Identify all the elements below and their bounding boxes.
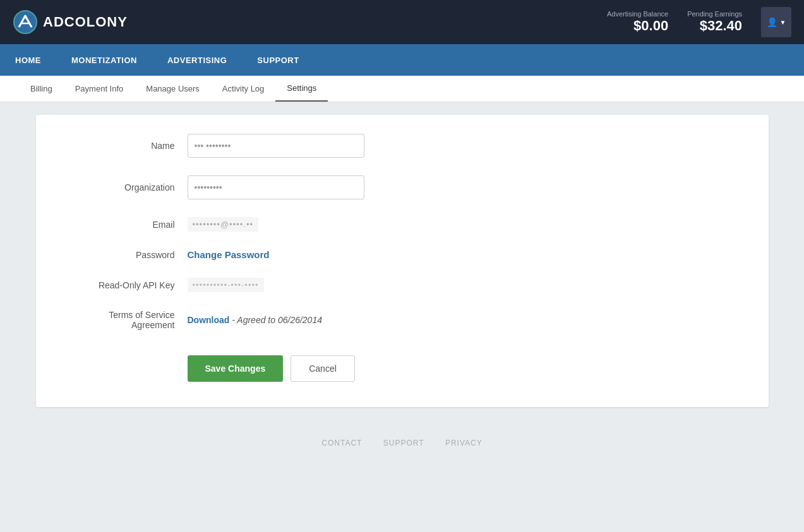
main-nav: HOME MONETIZATION ADVERTISING SUPPORT: [0, 44, 804, 76]
tab-billing[interactable]: Billing: [19, 76, 64, 102]
terms-row: Terms of Service Agreement Download - Ag…: [61, 310, 743, 330]
api-key-label: Read-Only API Key: [61, 280, 188, 290]
organization-row: Organization: [61, 175, 743, 199]
svg-point-0: [14, 11, 37, 33]
email-value: ••••••••@••••.••: [188, 217, 259, 232]
account-tabs: Billing Payment Info Manage Users Activi…: [0, 76, 804, 102]
tab-settings[interactable]: Settings: [275, 76, 328, 102]
pending-earnings-amount: $32.40: [687, 18, 742, 34]
footer: CONTACT SUPPORT PRIVACY: [0, 420, 804, 466]
terms-content: Download - Agreed to 06/26/2014: [188, 315, 322, 325]
nav-monetization[interactable]: MONETIZATION: [56, 44, 152, 76]
nav-advertising[interactable]: ADVERTISING: [152, 44, 242, 76]
pending-earnings-label: Pending Earnings: [687, 10, 742, 18]
user-icon: 👤: [767, 17, 777, 27]
terms-agreed-text: - Agreed to 06/26/2014: [232, 315, 322, 325]
name-input[interactable]: [188, 134, 364, 158]
password-label: Password: [61, 250, 188, 260]
logo-wordmark: ADCOLONY: [43, 14, 128, 30]
password-row: Password Change Password: [61, 249, 743, 260]
logo-icon: [13, 9, 38, 35]
footer-contact-link[interactable]: CONTACT: [321, 439, 362, 447]
email-label: Email: [61, 220, 188, 230]
api-key-row: Read-Only API Key ••••••••••-•••-••••: [61, 278, 743, 292]
balance-group: Advertising Balance $0.00 Pending Earnin…: [607, 10, 742, 34]
save-changes-button[interactable]: Save Changes: [188, 355, 284, 382]
footer-support-link[interactable]: SUPPORT: [383, 439, 424, 447]
tab-payment-info[interactable]: Payment Info: [64, 76, 135, 102]
advertising-balance-label: Advertising Balance: [607, 10, 668, 18]
email-row: Email ••••••••@••••.••: [61, 217, 743, 232]
api-key-value: ••••••••••-•••-••••: [188, 278, 264, 292]
change-password-link[interactable]: Change Password: [188, 249, 270, 260]
settings-form-card: Name Organization Email ••••••••@••••.••…: [36, 115, 769, 407]
cancel-button[interactable]: Cancel: [291, 355, 355, 382]
form-actions: Save Changes Cancel: [188, 355, 743, 382]
terms-download-link[interactable]: Download: [188, 315, 230, 325]
main-content: Name Organization Email ••••••••@••••.••…: [23, 102, 781, 420]
tab-manage-users[interactable]: Manage Users: [135, 76, 211, 102]
organization-input[interactable]: [188, 175, 364, 199]
logo: ADCOLONY: [13, 9, 128, 35]
footer-privacy-link[interactable]: PRIVACY: [445, 439, 483, 447]
nav-home[interactable]: HOME: [0, 44, 56, 76]
organization-label: Organization: [61, 182, 188, 192]
header: ADCOLONY Advertising Balance $0.00 Pendi…: [0, 0, 804, 44]
nav-support[interactable]: SUPPORT: [242, 44, 314, 76]
name-row: Name: [61, 134, 743, 158]
terms-label: Terms of Service Agreement: [61, 310, 188, 330]
advertising-balance: Advertising Balance $0.00: [607, 10, 668, 34]
tab-activity-log[interactable]: Activity Log: [211, 76, 275, 102]
chevron-down-icon: ▼: [780, 19, 786, 26]
user-menu-button[interactable]: 👤 ▼: [761, 7, 791, 37]
name-label: Name: [61, 141, 188, 151]
pending-earnings: Pending Earnings $32.40: [687, 10, 742, 34]
header-right: Advertising Balance $0.00 Pending Earnin…: [607, 7, 791, 37]
advertising-balance-amount: $0.00: [607, 18, 668, 34]
